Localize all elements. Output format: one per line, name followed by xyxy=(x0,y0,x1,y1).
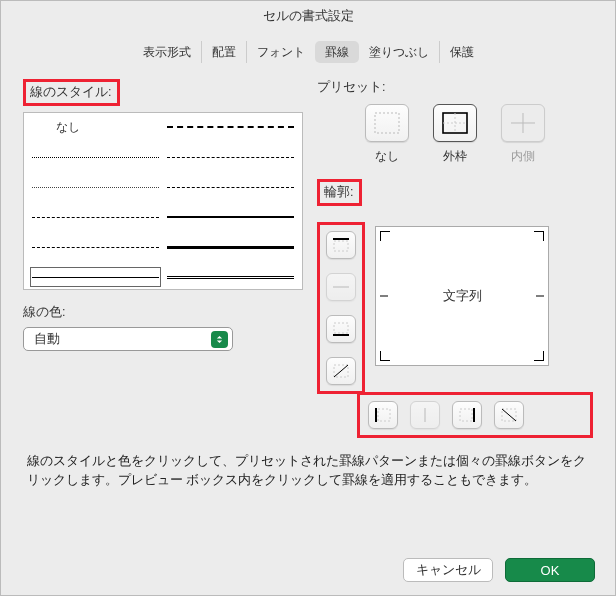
format-cells-dialog: セルの書式設定 表示形式 配置 フォント 罫線 塗りつぶし 保護 線のスタイル:… xyxy=(0,0,616,596)
line-styles-box: なし xyxy=(23,112,303,290)
preset-none-icon xyxy=(374,112,400,134)
ok-button[interactable]: OK xyxy=(505,558,595,582)
line-style-medium[interactable] xyxy=(167,209,294,225)
bottom-border-buttons xyxy=(357,392,593,438)
side-border-buttons xyxy=(317,222,365,394)
border-hmiddle-button[interactable] xyxy=(326,273,356,301)
line-style-double[interactable] xyxy=(167,269,294,285)
corner-marker xyxy=(534,231,544,241)
preset-outside-button[interactable] xyxy=(433,104,477,142)
corner-marker xyxy=(380,351,390,361)
border-top-button[interactable] xyxy=(326,231,356,259)
preset-none-button[interactable] xyxy=(365,104,409,142)
tick-marker xyxy=(380,296,388,297)
preview-text: 文字列 xyxy=(443,287,482,305)
contour-label: 輪郭: xyxy=(317,179,362,206)
tab-protection[interactable]: 保護 xyxy=(439,41,484,63)
line-style-dotted[interactable] xyxy=(32,179,159,195)
line-style-thick[interactable] xyxy=(167,239,294,255)
preset-inside-button[interactable] xyxy=(501,104,545,142)
svg-line-12 xyxy=(334,365,348,377)
cancel-button[interactable]: キャンセル xyxy=(403,558,493,582)
border-preview[interactable]: 文字列 xyxy=(375,226,549,366)
preset-none-label: なし xyxy=(365,148,409,165)
line-style-dash[interactable] xyxy=(32,239,159,255)
instructions-text: 線のスタイルと色をクリックして、プリセットされた罫線パターンまたは個々の罫線ボタ… xyxy=(1,442,615,488)
tab-strip: 表示形式 配置 フォント 罫線 塗りつぶし 保護 xyxy=(133,41,484,63)
tab-alignment[interactable]: 配置 xyxy=(201,41,246,63)
line-color-value: 自動 xyxy=(34,330,60,348)
svg-rect-10 xyxy=(334,323,348,333)
border-left-button[interactable] xyxy=(368,401,398,429)
line-style-label: 線のスタイル: xyxy=(23,79,120,106)
line-color-label: 線の色: xyxy=(23,304,303,321)
preset-row: なし 外枠 内側 xyxy=(317,104,593,165)
svg-rect-14 xyxy=(378,409,390,421)
tab-border[interactable]: 罫線 xyxy=(315,41,359,63)
dialog-title: セルの書式設定 xyxy=(1,1,615,31)
svg-rect-17 xyxy=(460,409,472,421)
tab-font[interactable]: フォント xyxy=(246,41,315,63)
tick-marker xyxy=(536,296,544,297)
border-diag-down-button[interactable] xyxy=(494,401,524,429)
tab-number-format[interactable]: 表示形式 xyxy=(133,41,201,63)
tab-fill[interactable]: 塗りつぶし xyxy=(359,41,439,63)
corner-marker xyxy=(380,231,390,241)
svg-rect-0 xyxy=(375,113,399,133)
line-color-select[interactable]: 自動 xyxy=(23,327,233,351)
border-vmiddle-button[interactable] xyxy=(410,401,440,429)
line-style-thin[interactable] xyxy=(32,269,159,285)
line-style-none[interactable]: なし xyxy=(32,119,159,135)
line-style-dashdot2[interactable] xyxy=(167,119,294,135)
border-diag-up-button[interactable] xyxy=(326,357,356,385)
dialog-footer: キャンセル OK xyxy=(1,545,615,595)
chevron-down-icon xyxy=(211,331,228,348)
border-bottom-button[interactable] xyxy=(326,315,356,343)
preset-label: プリセット: xyxy=(317,79,593,96)
preset-outside-label: 外枠 xyxy=(433,148,477,165)
svg-line-19 xyxy=(502,409,516,421)
corner-marker xyxy=(534,351,544,361)
line-style-dashdotdot[interactable] xyxy=(167,149,294,165)
line-style-dashdot[interactable] xyxy=(32,209,159,225)
line-style-hair[interactable] xyxy=(32,149,159,165)
line-style-medium-dash[interactable] xyxy=(167,179,294,195)
preset-inside-icon xyxy=(510,112,536,134)
border-right-button[interactable] xyxy=(452,401,482,429)
svg-rect-7 xyxy=(334,241,348,251)
preset-inside-label: 内側 xyxy=(501,148,545,165)
preset-outside-icon xyxy=(442,112,468,134)
